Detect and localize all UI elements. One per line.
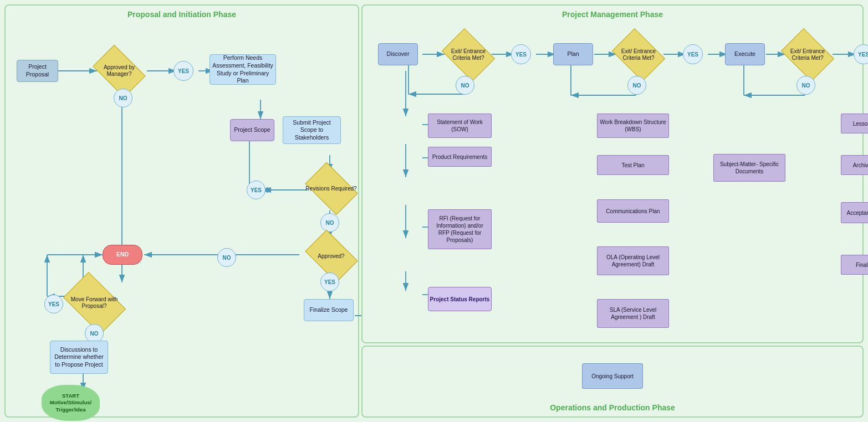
start-blob: START Motive/Stimulus/ Trigger/Idea [42, 385, 100, 421]
yes-circle-revisions: YES [247, 181, 265, 199]
no1-right-circle: NO [456, 76, 474, 95]
right-top: Project Management Phase [361, 4, 864, 343]
discover-box: Discover [378, 43, 418, 65]
revisions-required-diamond: Revisions Required? [305, 171, 358, 207]
lessons-learned-box: Lessons Learned [841, 114, 868, 133]
communications-plan-box: Communications Plan [597, 199, 669, 223]
execute-box: Execute [725, 43, 765, 65]
ola-draft-box: OLA (Operating Level Agreement) Draft [597, 246, 669, 275]
project-status-reports: Project Status Reports [428, 287, 492, 311]
archive-checklist-box: Archive Checklist [841, 155, 868, 175]
perform-needs: Perform Needs Assessment, Feasibility St… [210, 54, 276, 85]
no2-right-circle: NO [627, 76, 646, 95]
rfi-box: RFI (Request for Information) and/or RFP… [428, 209, 492, 249]
discussions-box: Discussions to Determine whether to Prop… [50, 341, 108, 374]
yes-circle-move-forward: YES [44, 295, 63, 313]
product-requirements: Product Requirements [428, 147, 492, 167]
left-flow-canvas: Project Proposal Approved by Manager? YE… [11, 22, 353, 411]
project-proposal: Project Proposal [17, 60, 58, 82]
wbs-box: Work Breakdown Structure (WBS) [597, 114, 669, 138]
no-circle-approved: NO [217, 248, 236, 267]
no-circle-revisions: NO [320, 213, 339, 232]
end-box: END [103, 245, 142, 265]
no-circle-move-forward: NO [85, 324, 104, 343]
left-phase-title: Proposal and Initiation Phase [127, 10, 236, 19]
project-scope: Project Scope [230, 119, 274, 141]
final-ola-sla-box: Final OLA/SLA [841, 255, 868, 275]
test-plan-box: Test Plan [597, 155, 669, 175]
right-bottom: Operations and Production Phase OLA/SLA … [361, 346, 864, 418]
exit1-diamond: Exit/ Entrance Criteria Met? [443, 38, 493, 72]
right-phase: Project Management Phase [361, 4, 864, 418]
ongoing-support: Ongoing Support [582, 363, 643, 389]
yes-circle-approved: YES [320, 272, 339, 291]
right-top-title: Project Management Phase [562, 10, 663, 19]
submit-project-scope: Submit Project Scope to Stakeholders [283, 116, 341, 144]
approved-text: Approved? [318, 253, 344, 260]
no3-right-circle: NO [796, 76, 815, 95]
exit2-diamond: Exit/ Entrance Criteria Met? [614, 38, 663, 72]
statement-of-work: Statement of Work (SOW) [428, 114, 492, 138]
approved-by-manager-text: Approved by Manager? [94, 64, 144, 78]
move-forward-text: Move Forward with Proposal? [64, 296, 125, 310]
exit3-diamond: Exit/ Entrance Criteria Met? [783, 38, 833, 72]
yes1-right-circle: YES [511, 44, 531, 64]
approved-diamond: Approved? [305, 238, 358, 274]
right-bottom-title: Operations and Production Phase [550, 403, 675, 412]
revisions-required-text: Revisions Required? [305, 186, 356, 192]
plan-box: Plan [553, 43, 593, 65]
approved-by-manager-diamond: Approved by Manager? [94, 54, 144, 88]
no-circle-1: NO [114, 89, 132, 107]
sla-draft-box: SLA (Service Level Agreement ) Draft [597, 299, 669, 328]
exit1-text: Exit/ Entrance Criteria Met? [443, 48, 493, 61]
right-flow-canvas: Discover Exit/ Entrance Criteria Met? YE… [367, 22, 858, 338]
yes2-right-circle: YES [683, 44, 703, 64]
exit2-text: Exit/ Entrance Criteria Met? [614, 48, 663, 61]
yes3-right-circle: YES [854, 44, 868, 64]
main-container: Proposal and Initiation Phase [0, 0, 868, 422]
exit3-text: Exit/ Entrance Criteria Met? [783, 48, 833, 61]
left-phase: Proposal and Initiation Phase [4, 4, 359, 418]
acceptance-closure-box: Acceptance & Closure [841, 202, 868, 223]
move-forward-diamond: Move Forward with Proposal? [64, 284, 125, 322]
subject-matter-box: Subject-Matter- Specific Documents [713, 154, 785, 182]
finalize-scope: Finalize Scope [304, 299, 354, 321]
yes-circle-1: YES [173, 61, 193, 81]
